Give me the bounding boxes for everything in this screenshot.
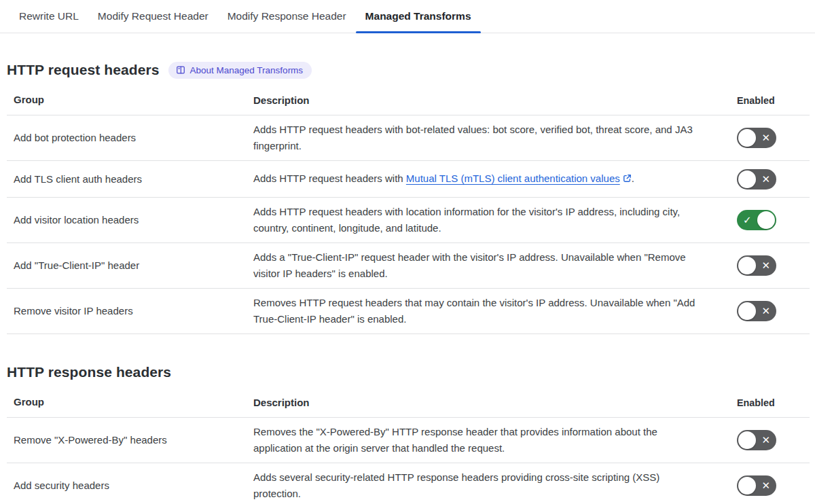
description-cell: Removes the "X-Powered-By" HTTP response… bbox=[253, 424, 734, 456]
toggle-add-true-client-ip-header[interactable]: ✕ bbox=[737, 255, 776, 276]
toggle-state-icon: ✓ bbox=[743, 215, 752, 226]
table-row: Add security headers Adds several securi… bbox=[7, 463, 810, 504]
tab-bar: Rewrite URL Modify Request Header Modify… bbox=[0, 0, 815, 33]
toggle-knob bbox=[738, 170, 756, 188]
group-cell: Add TLS client auth headers bbox=[14, 172, 253, 187]
column-header-description: Description bbox=[253, 92, 734, 109]
column-header-group: Group bbox=[14, 92, 253, 109]
request-headers-section: HTTP request headers About Managed Trans… bbox=[0, 60, 815, 334]
toggle-add-security-headers[interactable]: ✕ bbox=[737, 475, 776, 496]
description-cell: Adds HTTP request headers with location … bbox=[253, 204, 734, 236]
table-header-row: Group Description Enabled bbox=[7, 391, 810, 418]
description-cell: Removes HTTP request headers that may co… bbox=[253, 295, 734, 327]
response-headers-table: Group Description Enabled Remove "X-Powe… bbox=[7, 391, 810, 504]
column-header-group: Group bbox=[14, 395, 253, 411]
column-header-enabled: Enabled bbox=[734, 395, 810, 411]
about-badge-label: About Managed Transforms bbox=[190, 65, 304, 75]
description-cell: Adds HTTP request headers with Mutual TL… bbox=[253, 170, 734, 187]
table-row: Add "True-Client-IP" header Adds a "True… bbox=[7, 243, 810, 289]
column-header-description: Description bbox=[253, 395, 734, 411]
response-headers-title: HTTP response headers bbox=[7, 363, 171, 382]
tab-rewrite-url[interactable]: Rewrite URL bbox=[10, 0, 88, 33]
mtls-client-auth-values-link[interactable]: Mutual TLS (mTLS) client authentication … bbox=[406, 173, 620, 184]
toggle-add-tls-client-auth-headers[interactable]: ✕ bbox=[737, 169, 776, 190]
description-cell: Adds several security-related HTTP respo… bbox=[253, 469, 734, 502]
tab-modify-request-header[interactable]: Modify Request Header bbox=[88, 0, 218, 33]
group-cell: Remove "X-Powered-By" headers bbox=[14, 433, 253, 448]
toggle-state-icon: ✕ bbox=[761, 261, 770, 271]
toggle-knob bbox=[738, 129, 756, 147]
description-text: Adds HTTP request headers with bbox=[253, 173, 406, 184]
toggle-knob bbox=[738, 257, 756, 274]
table-row: Add visitor location headers Adds HTTP r… bbox=[7, 198, 810, 243]
toggle-state-icon: ✕ bbox=[761, 306, 770, 317]
toggle-state-icon: ✕ bbox=[761, 435, 770, 446]
about-managed-transforms-link[interactable]: About Managed Transforms bbox=[168, 62, 312, 79]
group-cell: Add bot protection headers bbox=[14, 130, 253, 145]
toggle-state-icon: ✕ bbox=[761, 174, 770, 184]
toggle-remove-x-powered-by-headers[interactable]: ✕ bbox=[737, 430, 776, 450]
toggle-add-visitor-location-headers[interactable]: ✓ bbox=[737, 210, 776, 230]
column-header-enabled: Enabled bbox=[734, 92, 810, 109]
description-cell: Adds a "True-Client-IP" request header w… bbox=[253, 249, 734, 282]
table-row: Add bot protection headers Adds HTTP req… bbox=[7, 115, 810, 161]
description-cell: Adds HTTP request headers with bot-relat… bbox=[253, 122, 734, 154]
toggle-state-icon: ✕ bbox=[761, 481, 770, 491]
response-headers-section: HTTP response headers Group Description … bbox=[0, 363, 815, 504]
request-headers-title: HTTP request headers bbox=[7, 60, 160, 79]
tab-modify-response-header[interactable]: Modify Response Header bbox=[218, 0, 356, 33]
table-row: Add TLS client auth headers Adds HTTP re… bbox=[7, 161, 810, 198]
request-headers-table: Group Description Enabled Add bot protec… bbox=[7, 89, 810, 334]
toggle-remove-visitor-ip-headers[interactable]: ✕ bbox=[737, 301, 776, 321]
book-icon bbox=[176, 65, 185, 75]
group-cell: Add security headers bbox=[14, 478, 253, 493]
tab-managed-transforms[interactable]: Managed Transforms bbox=[356, 0, 481, 33]
toggle-knob bbox=[738, 431, 756, 449]
description-text: . bbox=[632, 173, 634, 184]
table-row: Remove "X-Powered-By" headers Removes th… bbox=[7, 418, 810, 463]
toggle-knob bbox=[738, 477, 756, 494]
toggle-state-icon: ✕ bbox=[761, 133, 770, 143]
group-cell: Remove visitor IP headers bbox=[14, 304, 253, 319]
toggle-knob bbox=[757, 211, 775, 229]
external-link-icon bbox=[623, 171, 632, 187]
table-header-row: Group Description Enabled bbox=[7, 89, 810, 115]
table-row: Remove visitor IP headers Removes HTTP r… bbox=[7, 289, 810, 334]
group-cell: Add "True-Client-IP" header bbox=[14, 258, 253, 273]
toggle-add-bot-protection-headers[interactable]: ✕ bbox=[737, 128, 776, 148]
toggle-knob bbox=[738, 302, 756, 320]
group-cell: Add visitor location headers bbox=[14, 213, 253, 228]
